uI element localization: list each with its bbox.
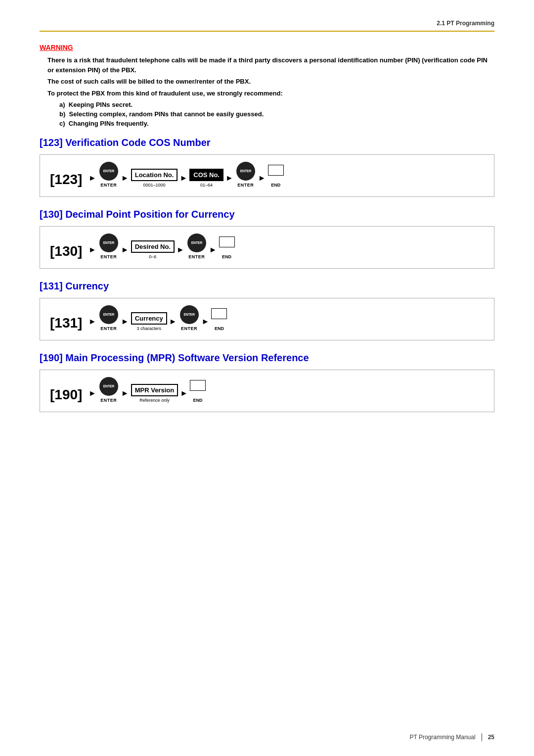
- end-group-190: END: [190, 380, 206, 403]
- warning-section: WARNING There is a risk that fraudulent …: [40, 44, 494, 127]
- enter-circle-2: ENTER: [236, 162, 255, 181]
- diagram-190-items: [190] ► ENTER ENTER ► MPR Version Refere…: [50, 377, 206, 403]
- step-desired-no-sub: 0–6: [149, 254, 156, 259]
- end-label-123: END: [271, 183, 280, 188]
- arrow-3: ►: [179, 174, 187, 183]
- section-131-diagram: [131] ► ENTER ENTER ► Currency 3 charact…: [40, 298, 494, 340]
- arrow-131-2: ►: [121, 317, 129, 326]
- enter-btn-131-1[interactable]: ENTER ENTER: [99, 305, 118, 331]
- step-mpr-version-sub: Reference only: [139, 398, 170, 403]
- arrow-190-1: ►: [89, 389, 96, 398]
- enter-circle-1: ENTER: [99, 162, 118, 181]
- enter-circle-130-1: ENTER: [99, 234, 118, 252]
- end-group-123: END: [268, 165, 284, 188]
- arrow-131-3: ►: [169, 317, 177, 326]
- section-131-heading: [131] Currency: [40, 281, 494, 292]
- end-box-123: [268, 165, 284, 176]
- arrow-131-1: ►: [89, 317, 96, 326]
- section-190-heading: [190] Main Processing (MPR) Software Ver…: [40, 352, 494, 364]
- end-box-131: [211, 308, 227, 319]
- enter-label-190-1: ENTER: [100, 398, 117, 403]
- end-box-190: [190, 380, 206, 391]
- arrow-130-3: ►: [177, 245, 184, 254]
- warning-list-item-b: b) Selecting complex, random PINs that c…: [47, 110, 494, 118]
- code-131: [131]: [50, 315, 85, 331]
- end-label-190: END: [193, 398, 202, 403]
- arrow-4: ►: [225, 174, 233, 183]
- step-cos-no-sub: 01–64: [200, 183, 213, 188]
- section-131: [131] Currency [131] ► ENTER ENTER ► Cur…: [40, 281, 494, 340]
- end-label-130: END: [222, 254, 231, 259]
- arrow-5: ►: [258, 174, 266, 183]
- header-bar: 2.1 PT Programming: [40, 20, 494, 32]
- step-desired-no-text: Desired No.: [131, 240, 175, 253]
- section-123: [123] Verification Code COS Number [123]…: [40, 137, 494, 197]
- warning-para-3: To protect the PBX from this kind of fra…: [47, 89, 494, 98]
- code-190: [190]: [50, 387, 85, 403]
- enter-btn-130-1[interactable]: ENTER ENTER: [99, 234, 118, 259]
- arrow-190-2: ►: [121, 389, 129, 398]
- section-190-diagram: [190] ► ENTER ENTER ► MPR Version Refere…: [40, 370, 494, 412]
- arrow-1: ►: [89, 174, 96, 183]
- enter-label-131-2: ENTER: [181, 326, 197, 331]
- arrow-2: ►: [121, 174, 129, 183]
- code-123: [123]: [50, 172, 85, 188]
- warning-content: There is a risk that fraudulent telephon…: [47, 55, 494, 127]
- warning-para-2: The cost of such calls will be billed to…: [47, 77, 494, 87]
- step-cos-no: COS No. 01–64: [189, 169, 223, 188]
- end-box-130: [219, 236, 235, 247]
- warning-para-1: There is a risk that fraudulent telephon…: [47, 55, 494, 75]
- diagram-130-items: [130] ► ENTER ENTER ► Desired No. 0–6 ► …: [50, 234, 235, 259]
- page-container: 2.1 PT Programming WARNING There is a ri…: [0, 0, 534, 454]
- enter-label-130-1: ENTER: [100, 254, 117, 259]
- enter-label-2: ENTER: [237, 183, 254, 188]
- arrow-130-4: ►: [209, 245, 217, 254]
- step-currency: Currency 3 characters: [131, 312, 167, 331]
- step-mpr-version-text: MPR Version: [131, 384, 178, 396]
- enter-label-130-2: ENTER: [188, 254, 205, 259]
- step-location-no-text: Location No.: [131, 169, 178, 181]
- step-mpr-version: MPR Version Reference only: [131, 384, 178, 403]
- step-currency-text: Currency: [131, 312, 167, 325]
- diagram-131-items: [131] ► ENTER ENTER ► Currency 3 charact…: [50, 305, 227, 331]
- end-label-131: END: [215, 326, 224, 331]
- code-130: [130]: [50, 243, 85, 259]
- enter-circle-131-2: ENTER: [180, 305, 199, 324]
- enter-circle-190-1: ENTER: [99, 377, 118, 396]
- header-title: 2.1 PT Programming: [437, 20, 494, 27]
- enter-circle-130-2: ENTER: [187, 234, 206, 252]
- diagram-123-items: [123] ► ENTER ENTER ► Location No. 0001–…: [50, 162, 284, 188]
- warning-list: a) Keeping PINs secret. b) Selecting com…: [47, 101, 494, 127]
- arrow-131-4: ►: [202, 317, 210, 326]
- footer-divider: [482, 733, 482, 741]
- section-123-diagram: [123] ► ENTER ENTER ► Location No. 0001–…: [40, 154, 494, 197]
- step-cos-no-text: COS No.: [189, 169, 223, 181]
- enter-btn-190-1[interactable]: ENTER ENTER: [99, 377, 118, 403]
- footer-page: 25: [488, 734, 494, 741]
- section-123-heading: [123] Verification Code COS Number: [40, 137, 494, 148]
- arrow-190-3: ►: [180, 389, 188, 398]
- warning-list-item-c: c) Changing PINs frequently.: [47, 120, 494, 127]
- step-location-no: Location No. 0001–1000: [131, 169, 178, 188]
- footer-text: PT Programming Manual: [409, 734, 475, 741]
- end-group-130: END: [219, 236, 235, 259]
- section-130-diagram: [130] ► ENTER ENTER ► Desired No. 0–6 ► …: [40, 226, 494, 269]
- page-footer: PT Programming Manual 25: [409, 733, 494, 741]
- arrow-130-1: ►: [89, 245, 96, 254]
- end-group-131: END: [211, 308, 227, 331]
- section-130: [130] Decimal Point Position for Currenc…: [40, 209, 494, 269]
- step-location-no-sub: 0001–1000: [143, 183, 166, 188]
- step-currency-sub: 3 characters: [136, 326, 161, 331]
- section-190: [190] Main Processing (MPR) Software Ver…: [40, 352, 494, 412]
- arrow-130-2: ►: [121, 245, 129, 254]
- enter-btn-123-2[interactable]: ENTER ENTER: [236, 162, 255, 188]
- enter-btn-130-2[interactable]: ENTER ENTER: [187, 234, 206, 259]
- enter-label-1: ENTER: [100, 183, 117, 188]
- enter-label-131-1: ENTER: [100, 326, 117, 331]
- section-130-heading: [130] Decimal Point Position for Currenc…: [40, 209, 494, 220]
- enter-btn-131-2[interactable]: ENTER ENTER: [180, 305, 199, 331]
- warning-list-item-a: a) Keeping PINs secret.: [47, 101, 494, 108]
- enter-btn-123-1[interactable]: ENTER ENTER: [99, 162, 118, 188]
- warning-label: WARNING: [40, 44, 494, 51]
- step-desired-no: Desired No. 0–6: [131, 240, 175, 259]
